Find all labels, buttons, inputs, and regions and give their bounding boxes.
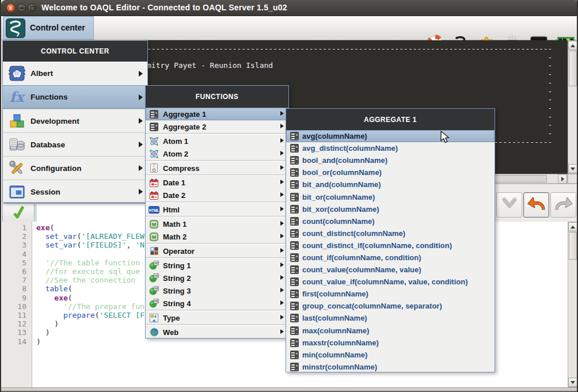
functions-menu: FUNCTIONS +-Aggregate 1+-Aggregate 2Atom… (145, 85, 289, 338)
menu-item-label: maxstr(columnName) (302, 338, 379, 347)
svg-text:-: - (296, 318, 298, 322)
menu-item-group-concat-columnname-separator[interactable]: +-group_concat(columnName, separator) (286, 300, 495, 312)
redo-button[interactable] (550, 192, 576, 218)
control-center-menu: CONTROL CENTER AlbertfxFunctionsDevelopm… (2, 40, 148, 203)
math-icon: M (149, 233, 159, 241)
scrollbar-corner (568, 174, 578, 184)
menu-item-string-4[interactable]: ABString 4 (146, 297, 288, 310)
menu-item-string-2[interactable]: ABString 2 (146, 272, 288, 284)
menu-item-configuration[interactable]: Configuration (3, 156, 147, 180)
svg-text:-: - (296, 172, 298, 177)
menu-item-label: String 2 (163, 274, 191, 283)
menu-item-compress[interactable]: Compress (146, 162, 288, 174)
submenu-arrow-icon (139, 165, 143, 171)
menu-item-count-if-columnname-condition[interactable]: +-count_if(columnName, condition) (286, 252, 495, 264)
svg-text:M: M (152, 222, 156, 227)
svg-text:-: - (155, 114, 157, 119)
date-icon (149, 178, 159, 187)
menu-item-bit-and-columnname[interactable]: +-bit_and(columnName) (286, 178, 495, 191)
code-text: exe( set_var('[ALREADY_FLEW set_var('[FI… (36, 223, 144, 346)
menu-item-bit-or-columnname[interactable]: +-bit_or(columnName) (286, 191, 495, 203)
menu-item-albert[interactable]: Albert (3, 62, 147, 85)
menu-item-count-value-if-columnname-value-condition[interactable]: +-count_value_if(columnName, value, cond… (286, 276, 495, 288)
menu-item-development[interactable]: Development (3, 109, 147, 132)
submenu-arrow-icon (280, 329, 284, 334)
svg-text:AB: AB (154, 299, 158, 303)
menu-item-first-columnname[interactable]: +-first(columnName) (286, 288, 495, 300)
string-icon: AB (149, 261, 159, 270)
menu-item-date-1[interactable]: Date 1 (146, 176, 288, 189)
scroll-up-icon[interactable] (568, 41, 577, 50)
aggregate1-menu: AGGREGATE 1 +-avg(columnName)+-avg_disti… (286, 108, 495, 372)
aggregate-icon: +- (290, 144, 299, 153)
menu-item-math-2[interactable]: MMath 2 (146, 230, 288, 243)
chevron-down-icon (501, 197, 518, 213)
submenu-arrow-icon (139, 118, 143, 124)
menu-item-bool-or-columnname[interactable]: +-bool_or(columnName) (286, 166, 495, 178)
web-icon (149, 328, 159, 337)
menu-item-aggregate-1[interactable]: +-Aggregate 1 (146, 108, 288, 120)
undo-button[interactable] (523, 192, 549, 218)
configuration-icon (7, 159, 26, 177)
menu-item-atom-2[interactable]: Atom 2 (146, 147, 288, 160)
menu-item-label: Operator (163, 247, 195, 256)
aggregate-icon: +- (290, 253, 299, 262)
submenu-arrow-icon (280, 192, 284, 197)
menu-item-database[interactable]: Database (3, 132, 147, 156)
menu-item-session[interactable]: Session (3, 180, 147, 203)
menu-item-math-1[interactable]: MMath 1 (146, 218, 288, 230)
menu-item-functions[interactable]: fxFunctions (3, 85, 147, 109)
menu-item-label: Session (31, 188, 60, 196)
menu-item-label: String 4 (163, 299, 191, 308)
menu-item-maxstr-columnname[interactable]: +-maxstr(columnName) (286, 337, 495, 349)
menu-item-html[interactable]: HTMLHtml (146, 203, 288, 216)
menu-item-min-columnname[interactable]: +-min(columnName) (286, 349, 495, 361)
menu-item-web[interactable]: Web (146, 326, 288, 338)
menu-item-bool-and-columnname[interactable]: +-bool_and(columnName) (286, 154, 495, 166)
console-vertical-scrollbar[interactable] (568, 40, 578, 174)
menu-item-avg-distinct-columnname[interactable]: +-avg_distinct(columnName) (286, 142, 495, 154)
menu-item-label: last(columnName) (302, 314, 367, 322)
menu-item-aggregate-2[interactable]: +-Aggregate 2 (146, 120, 288, 133)
menu-item-count-columnname[interactable]: +-count(columnName) (286, 215, 495, 227)
minimize-icon[interactable] (17, 3, 26, 12)
menu-item-avg-columnname[interactable]: +-avg(columnName) (286, 130, 495, 142)
menu-item-type[interactable]: Type (146, 311, 288, 324)
menu-item-label: Development (31, 117, 79, 125)
collapse-all-button[interactable] (496, 192, 522, 218)
submenu-arrow-icon (280, 221, 284, 226)
menu-item-date-2[interactable]: Date 2 (146, 189, 288, 201)
menu-item-count-distinct-columnname[interactable]: +-count_distinct(columnName) (286, 227, 495, 239)
operator-icon (149, 247, 159, 255)
scroll-down-icon[interactable] (568, 378, 577, 387)
menu-item-max-columnname[interactable]: +-max(columnName) (286, 325, 495, 337)
menu-item-atom-1[interactable]: Atom 1 (146, 135, 288, 147)
scrollbar-thumb[interactable] (569, 51, 577, 86)
menu-item-string-3[interactable]: ABString 3 (146, 284, 288, 297)
menu-item-count-distinct-if-columnname-condition[interactable]: +-count_distinct_if(columnName, conditio… (286, 239, 495, 252)
scroll-up-icon[interactable] (568, 222, 577, 231)
menu-item-bit-xor-columnname[interactable]: +-bit_xor(columnName) (286, 203, 495, 215)
code-line: table( (36, 284, 144, 293)
aggregate1-menu-title: AGGREGATE 1 (286, 109, 495, 130)
maximize-icon[interactable] (28, 3, 36, 12)
menu-item-last-columnname[interactable]: +-last(columnName) (286, 312, 495, 324)
menu-item-string-1[interactable]: ABString 1 (146, 259, 288, 272)
compress-icon (149, 163, 159, 173)
submenu-arrow-icon (139, 71, 143, 77)
titlebar: x Welcome to OAQL Editor - Connected to … (1, 0, 578, 16)
run-button[interactable] (2, 203, 35, 222)
svg-text:AB: AB (154, 261, 158, 265)
scroll-right-icon[interactable] (558, 174, 567, 184)
menu-item-label: Atom 1 (163, 137, 188, 146)
control-center-tab[interactable]: Control center (3, 16, 94, 40)
menu-item-operator[interactable]: Operator (146, 245, 288, 257)
submenu-arrow-icon (280, 288, 284, 292)
scroll-down-icon[interactable] (568, 164, 577, 173)
menu-item-count-value-columnname-value[interactable]: +-count_value(columnName, value) (286, 264, 495, 276)
scrollbar-thumb[interactable] (569, 232, 577, 260)
menu-item-minstr-columnname[interactable]: +-minstr(columnName) (286, 361, 495, 373)
editor-vertical-scrollbar[interactable] (568, 222, 578, 387)
svg-text:-: - (296, 330, 298, 335)
close-icon[interactable]: x (6, 3, 15, 12)
